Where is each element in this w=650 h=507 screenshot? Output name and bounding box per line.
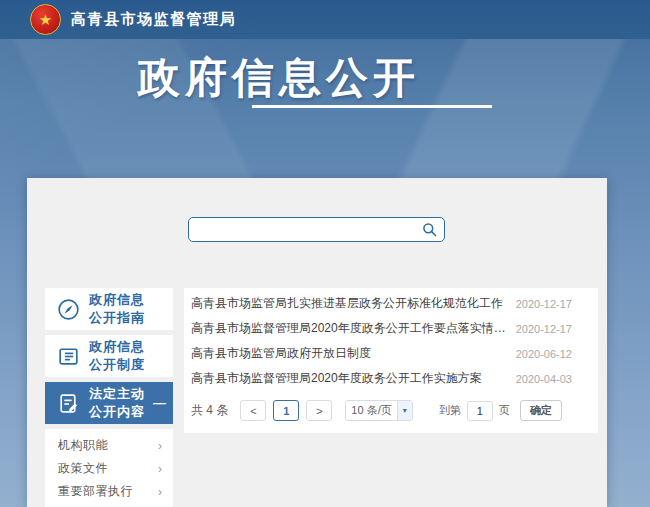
goto-page-group: 到第 页 确定 (439, 400, 562, 421)
sidebar-item-label: 政府信息 公开制度 (89, 338, 145, 373)
submenu-item-proposal-handling[interactable]: 建议提案办理 › (45, 503, 173, 507)
compass-icon (56, 297, 81, 322)
pagination-total: 共 4 条 (191, 402, 228, 419)
sidebar-item-label: 政府信息 公开指南 (89, 291, 145, 326)
chevron-right-icon: › (158, 462, 162, 476)
sidebar-item-label: 法定主动 公开内容 (89, 385, 145, 420)
collapse-indicator-icon[interactable]: — (153, 395, 166, 410)
goto-page-input[interactable] (467, 401, 493, 421)
submenu-item-org-functions[interactable]: 机构职能 › (45, 434, 173, 457)
list-icon (56, 344, 81, 369)
page-title: 政府信息公开 (138, 50, 420, 106)
news-item-link[interactable]: 高青县市场监督管理局2020年度政务公开工作要点落实情况报告 2020-12-1… (184, 316, 598, 341)
goto-prefix-label: 到第 (439, 403, 461, 418)
news-item-link[interactable]: 高青县市场监督管理局2020年度政务公开工作实施方案 2020-04-03 (184, 366, 598, 391)
news-list-panel: 高青县市场监管局扎实推进基层政务公开标准化规范化工作 2020-12-17 高青… (184, 288, 598, 433)
chevron-right-icon: › (158, 485, 162, 499)
search-bar (188, 217, 445, 242)
content-card: 政府信息 公开指南 政府信息 公开制度 (27, 178, 607, 507)
sidebar-item-disclosure-guide[interactable]: 政府信息 公开指南 (45, 288, 173, 330)
search-input[interactable] (188, 217, 445, 242)
news-item-link[interactable]: 高青县市场监管局政府开放日制度 2020-06-12 (184, 341, 598, 366)
next-page-button[interactable]: > (306, 400, 332, 421)
submenu-item-deployment-execution[interactable]: 重要部署执行 › (45, 480, 173, 503)
sidebar-submenu: 机构职能 › 政策文件 › 重要部署执行 › 建议提案办理 › (45, 429, 173, 507)
news-item-link[interactable]: 高青县市场监管局扎实推进基层政务公开标准化规范化工作 2020-12-17 (184, 291, 598, 316)
search-icon[interactable] (421, 221, 438, 238)
chevron-right-icon: › (158, 439, 162, 453)
page-number-button[interactable]: 1 (273, 400, 299, 421)
chevron-down-icon: ▾ (397, 401, 412, 420)
news-date: 2020-06-12 (516, 348, 572, 360)
site-name[interactable]: 高青县市场监督管理局 (71, 10, 236, 29)
page-size-select[interactable]: 10 条/页 ▾ (345, 400, 412, 421)
site-header: ★ 高青县市场监督管理局 (0, 0, 650, 39)
national-emblem-icon: ★ (30, 4, 61, 35)
news-date: 2020-12-17 (516, 298, 572, 310)
prev-page-button[interactable]: < (240, 400, 266, 421)
title-underline (252, 105, 492, 108)
news-date: 2020-04-03 (516, 373, 572, 385)
news-date: 2020-12-17 (516, 323, 572, 335)
sidebar-item-statutory-disclosure[interactable]: 法定主动 公开内容 — (45, 382, 173, 424)
pagination-bar: 共 4 条 < 1 > 10 条/页 ▾ 到第 页 确定 (184, 400, 598, 421)
confirm-button[interactable]: 确定 (520, 400, 562, 421)
sidebar-menu: 政府信息 公开指南 政府信息 公开制度 (45, 288, 173, 507)
edit-doc-icon (56, 391, 81, 416)
submenu-item-policy-documents[interactable]: 政策文件 › (45, 457, 173, 480)
sidebar-item-disclosure-system[interactable]: 政府信息 公开制度 (45, 335, 173, 377)
goto-suffix-label: 页 (499, 403, 510, 418)
